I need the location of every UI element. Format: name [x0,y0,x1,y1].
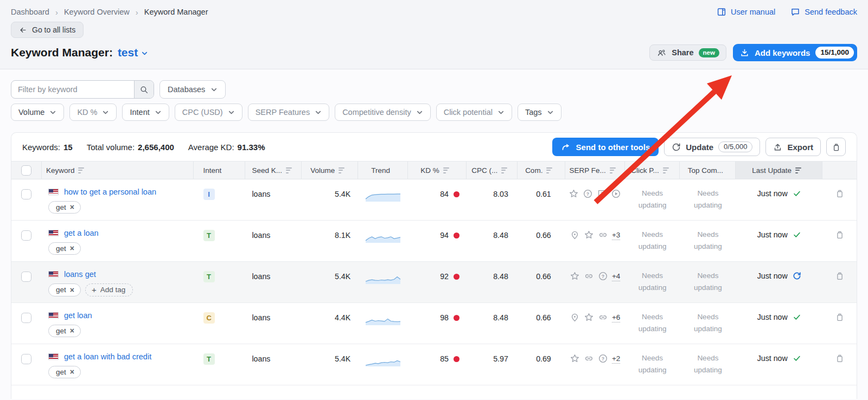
keyword-link[interactable]: how to get a personal loan [64,188,156,196]
trend-sparkline [358,221,408,261]
column-header-intent[interactable]: Intent [194,162,246,179]
remove-tag-icon[interactable]: × [70,326,74,335]
check-icon [793,354,801,363]
column-header-delete [822,162,857,179]
row-delete-button[interactable] [835,230,845,240]
export-button[interactable]: Export [765,138,821,156]
sort-icon [546,167,552,173]
question-circle-icon: ? [598,271,608,281]
filter-volume[interactable]: Volume [11,104,64,121]
table-row: get a loanget×Tloans8.1K948.480.66+3Need… [11,221,857,262]
svg-text:?: ? [602,274,604,279]
remove-tag-icon[interactable]: × [70,367,74,376]
column-header-top[interactable]: Top Com... [680,162,736,179]
filter-tags[interactable]: Tags [518,104,561,121]
question-circle-icon: ? [598,353,608,364]
filter-kd[interactable]: KD % [69,104,117,121]
user-manual-link[interactable]: User manual [717,7,775,17]
send-feedback-link[interactable]: Send feedback [790,7,857,17]
serp-more-link[interactable]: +2 [612,354,620,364]
databases-dropdown[interactable]: Databases [159,80,226,99]
remove-tag-icon[interactable]: × [70,286,74,294]
new-badge: new [699,48,719,57]
cpc-value: 5.97 [493,353,508,364]
serp-more-link[interactable]: +4 [612,272,620,281]
add-keywords-button[interactable]: Add keywords 15/1,000 [733,44,857,61]
filter-click-potential[interactable]: Click potential [436,104,512,121]
serp-more-link[interactable]: +6 [612,313,620,322]
refresh-icon [793,272,801,280]
keyword-filter-input[interactable] [11,81,134,98]
column-header-com[interactable]: Com. [518,162,565,179]
keyword-link[interactable]: get a loan with bad credit [64,352,151,361]
row-delete-button[interactable] [835,312,845,322]
select-all-checkbox[interactable] [21,165,31,176]
chevron-down-icon [155,109,162,116]
keyword-tag[interactable]: get× [48,366,81,378]
last-update-value: Just now [757,271,788,281]
filter-serp-features[interactable]: SERP Features [248,104,329,121]
table-row: get a loan with bad creditget×Tloans5.4K… [11,344,857,385]
row-checkbox[interactable] [21,230,31,241]
kd-value: 85 [440,353,449,364]
question-circle-icon: ? [583,189,593,199]
filter-cpc-usd[interactable]: CPC (USD) [175,104,242,121]
keyword-tag[interactable]: get× [48,201,81,214]
table-body: how to get a personal loanget×Iloans5.4K… [11,179,857,385]
row-checkbox[interactable] [21,272,31,282]
row-delete-button[interactable] [835,271,845,281]
list-selector[interactable]: test [118,46,149,59]
filter-intent[interactable]: Intent [122,104,169,121]
keyword-link[interactable]: loans get [64,270,96,279]
row-checkbox[interactable] [21,313,31,323]
seed-keyword: loans [252,230,270,241]
add-tag-button[interactable]: +Add tag [85,283,133,296]
chevron-down-icon [547,109,554,116]
keyword-link[interactable]: get a loan [64,229,99,237]
column-header-trend[interactable]: Trend [358,162,408,179]
serp-more-link[interactable]: +3 [612,230,620,240]
column-header-keyword[interactable]: Keyword [42,162,194,179]
keyword-cell: get a loanget× [42,221,194,261]
column-header-kd[interactable]: KD % [408,162,467,179]
row-delete-button[interactable] [835,353,845,363]
chat-bubble-icon [790,7,800,17]
send-to-other-tools-button[interactable]: Send to other tools [552,138,659,156]
remove-tag-icon[interactable]: × [70,244,74,253]
click-potential-status: Needs updating [631,311,674,335]
remove-tag-icon[interactable]: × [70,203,74,211]
breadcrumb-current: Keyword Manager [144,8,208,16]
serp-features-cell: ?+4 [565,262,625,302]
page-title: Keyword Manager: test [11,46,149,59]
download-icon [740,48,749,57]
column-header-serp[interactable]: SERP Fe... [565,162,625,179]
column-header-cpc[interactable]: CPC (... [467,162,518,179]
breadcrumb-keyword-overview[interactable]: Keyword Overview [64,8,130,16]
column-header-volume[interactable]: Volume [302,162,358,179]
update-button[interactable]: Update 0/5,000 [664,138,760,156]
content-area: Databases VolumeKD %IntentCPC (USD)SERP … [0,69,868,399]
row-checkbox[interactable] [21,354,31,364]
share-button[interactable]: Share new [649,44,726,61]
keyword-tag[interactable]: get× [48,325,81,337]
seed-keyword: loans [252,189,270,199]
serp-features-cell: ?? [565,179,625,220]
top-header: Dashboard › Keyword Overview › Keyword M… [0,0,868,69]
breadcrumb-dashboard[interactable]: Dashboard [11,8,49,16]
search-button[interactable] [134,81,154,98]
go-to-all-lists-button[interactable]: Go to all lists [11,22,84,38]
column-header-seed[interactable]: Seed K... [245,162,302,179]
row-delete-button[interactable] [835,189,845,198]
column-header-click[interactable]: Click P... [625,162,680,179]
keyword-tag[interactable]: get× [48,242,81,255]
keyword-tag[interactable]: get× [48,283,81,296]
filter-competitive-density[interactable]: Competitive density [335,104,431,121]
column-header-last[interactable]: Last Update [736,162,822,179]
row-checkbox[interactable] [21,189,31,199]
keyword-cell: how to get a personal loanget× [42,179,194,220]
sort-icon [286,167,292,173]
delete-list-button[interactable] [826,138,846,156]
keyword-link[interactable]: get loan [64,311,92,320]
table-row: loans getget×+Add tagTloans5.4K928.480.6… [11,262,857,303]
click-potential-status: Needs updating [631,270,674,294]
